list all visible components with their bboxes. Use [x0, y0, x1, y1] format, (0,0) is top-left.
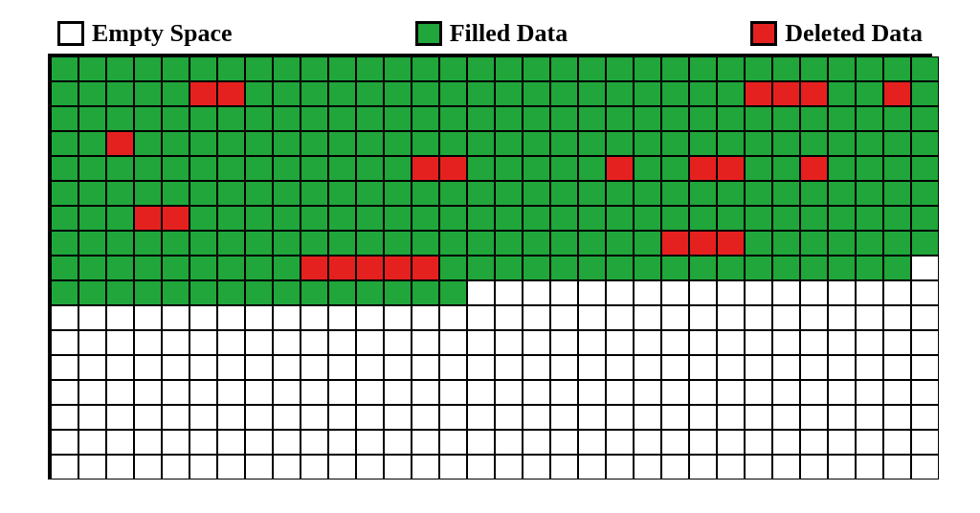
cell-filled: [828, 106, 856, 131]
cell-filled: [134, 81, 162, 106]
cell-filled: [883, 156, 911, 181]
cell-deleted: [661, 231, 689, 256]
cell-filled: [273, 181, 301, 206]
cell-empty: [856, 455, 883, 480]
cell-empty: [78, 330, 106, 355]
cell-filled: [134, 156, 162, 181]
cell-empty: [328, 430, 356, 455]
cell-filled: [550, 106, 578, 131]
cell-filled: [745, 106, 772, 131]
cell-empty: [606, 355, 634, 380]
cell-filled: [578, 81, 606, 106]
cell-filled: [856, 181, 883, 206]
cell-empty: [301, 405, 328, 430]
cell-filled: [745, 56, 772, 81]
cell-filled: [189, 56, 217, 81]
cell-empty: [439, 330, 467, 355]
cell-empty: [661, 355, 689, 380]
cell-filled: [911, 206, 939, 231]
cell-filled: [301, 280, 328, 305]
cell-empty: [51, 405, 78, 430]
cell-filled: [134, 181, 162, 206]
legend-item-deleted: Deleted Data: [750, 19, 923, 48]
storage-matrix: [48, 54, 932, 480]
cell-filled: [51, 131, 78, 156]
cell-empty: [634, 280, 661, 305]
cell-filled: [189, 206, 217, 231]
cell-deleted: [106, 131, 134, 156]
cell-empty: [550, 280, 578, 305]
cell-filled: [634, 156, 661, 181]
cell-deleted: [689, 231, 717, 256]
cell-filled: [439, 280, 467, 305]
cell-filled: [828, 131, 856, 156]
cell-empty: [384, 355, 412, 380]
cell-filled: [412, 106, 439, 131]
cell-empty: [578, 405, 606, 430]
cell-filled: [162, 231, 189, 256]
cell-filled: [495, 181, 523, 206]
cell-filled: [883, 206, 911, 231]
cell-filled: [301, 106, 328, 131]
cell-filled: [745, 156, 772, 181]
cell-filled: [106, 280, 134, 305]
cell-empty: [134, 455, 162, 480]
cell-filled: [800, 231, 828, 256]
cell-empty: [634, 305, 661, 330]
cell-filled: [328, 81, 356, 106]
cell-empty: [439, 305, 467, 330]
cell-filled: [162, 156, 189, 181]
cell-filled: [384, 181, 412, 206]
cell-empty: [883, 355, 911, 380]
legend-label-filled: Filled Data: [450, 19, 568, 48]
cell-empty: [245, 355, 273, 380]
cell-filled: [245, 206, 273, 231]
cell-filled: [745, 206, 772, 231]
cell-empty: [467, 280, 495, 305]
cell-filled: [245, 156, 273, 181]
cell-filled: [134, 256, 162, 280]
cell-empty: [356, 380, 384, 405]
cell-filled: [439, 131, 467, 156]
cell-filled: [245, 56, 273, 81]
cell-filled: [356, 131, 384, 156]
legend-swatch-empty: [57, 21, 84, 46]
cell-filled: [772, 106, 800, 131]
cell-empty: [467, 405, 495, 430]
cell-filled: [689, 106, 717, 131]
cell-empty: [745, 380, 772, 405]
cell-empty: [217, 405, 245, 430]
cell-empty: [689, 405, 717, 430]
cell-filled: [467, 131, 495, 156]
cell-filled: [106, 206, 134, 231]
cell-empty: [467, 305, 495, 330]
cell-empty: [828, 280, 856, 305]
cell-filled: [883, 231, 911, 256]
cell-filled: [412, 231, 439, 256]
cell-filled: [328, 156, 356, 181]
cell-filled: [439, 206, 467, 231]
cell-filled: [328, 280, 356, 305]
cell-empty: [689, 380, 717, 405]
cell-filled: [578, 156, 606, 181]
cell-empty: [328, 355, 356, 380]
cell-filled: [856, 231, 883, 256]
cell-filled: [301, 231, 328, 256]
cell-filled: [78, 206, 106, 231]
cell-deleted: [356, 256, 384, 280]
cell-filled: [550, 81, 578, 106]
cell-empty: [273, 305, 301, 330]
cell-filled: [745, 131, 772, 156]
cell-filled: [134, 131, 162, 156]
cell-empty: [412, 380, 439, 405]
cell-empty: [828, 455, 856, 480]
cell-empty: [384, 405, 412, 430]
cell-filled: [661, 156, 689, 181]
cell-empty: [828, 380, 856, 405]
cell-empty: [162, 455, 189, 480]
cell-filled: [856, 156, 883, 181]
legend-item-filled: Filled Data: [415, 19, 568, 48]
cell-filled: [328, 181, 356, 206]
cell-filled: [856, 206, 883, 231]
cell-filled: [634, 56, 661, 81]
